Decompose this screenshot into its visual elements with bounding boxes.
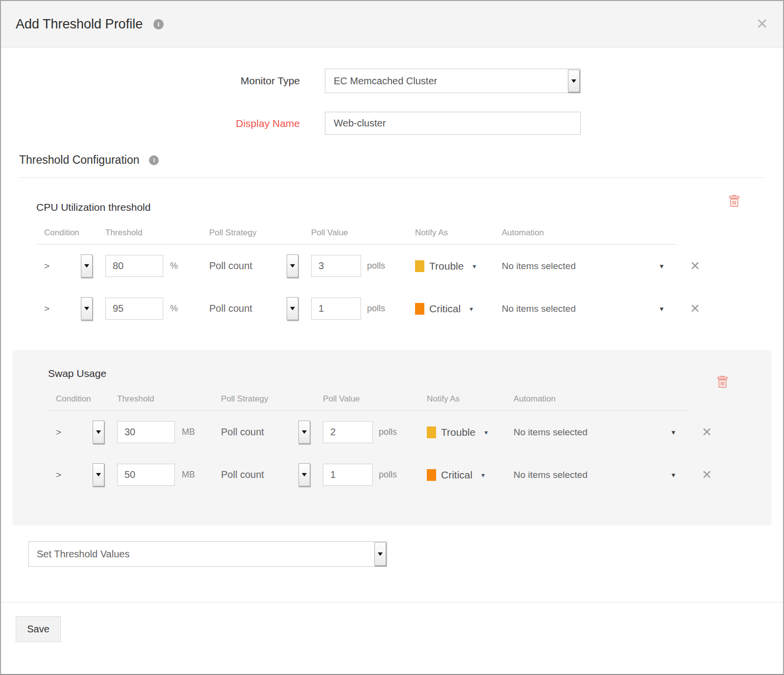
poll-value-input[interactable] [312,255,361,276]
chevron-down-icon[interactable] [374,542,386,566]
automation-select[interactable]: No items selected ▾ [502,261,676,272]
poll-value-input-wrap [311,255,361,277]
chevron-down-icon[interactable] [298,463,310,486]
poll-strategy-select[interactable]: Poll count [209,297,311,320]
automation-select[interactable]: No items selected ▾ [514,427,688,438]
chevron-down-icon[interactable] [287,254,298,277]
poll-strategy-select[interactable]: Poll count [221,421,323,444]
notify-as-select[interactable]: Critical ▾ [427,469,514,481]
threshold-input[interactable] [106,298,163,319]
chevron-down-icon[interactable] [298,421,310,444]
monitor-type-select[interactable]: EC Memcached Cluster [325,69,581,93]
condition-value: > [44,261,49,272]
column-header-automation: Automation [502,228,676,238]
column-header-automation: Automation [514,394,688,404]
section-swap-usage-wrap: Swap Usage Condition Threshold Poll Stra… [13,350,771,525]
threshold-input-wrap [117,421,175,443]
display-name-field[interactable] [325,112,580,134]
threshold-unit: MB [182,470,195,480]
chevron-down-icon[interactable] [287,297,298,320]
poll-value-input[interactable] [323,422,372,443]
remove-row-icon[interactable]: ✕ [690,260,700,272]
condition-value: > [56,427,61,438]
threshold-row: > % Poll count polls Critical ▾ No it [36,287,676,330]
automation-select[interactable]: No items selected ▾ [514,470,688,480]
notify-as-select[interactable]: Trouble ▾ [415,260,502,272]
poll-strategy-select[interactable]: Poll count [209,254,311,277]
poll-strategy-value: Poll count [209,260,252,272]
table-header: Condition Threshold Poll Strategy Poll V… [36,228,676,245]
monitor-type-label: Monitor Type [1,75,300,87]
threshold-row: > % Poll count polls Trouble ▾ No ite [36,245,676,287]
threshold-configuration-title: Threshold Configuration [19,153,139,167]
notify-as-value: Critical [429,303,461,315]
condition-select[interactable]: > [48,421,117,444]
poll-strategy-select[interactable]: Poll count [221,463,323,486]
condition-select[interactable]: > [48,463,117,486]
monitor-type-value: EC Memcached Cluster [325,75,437,87]
poll-value-input-wrap [323,421,373,443]
threshold-configuration-heading: Threshold Configuration i [19,153,783,167]
condition-value: > [56,470,61,480]
chevron-down-icon[interactable] [81,254,93,277]
info-icon[interactable]: i [153,19,164,29]
caret-down-icon: ▾ [469,305,473,313]
close-icon[interactable]: ✕ [756,17,768,31]
column-header-poll-strategy: Poll Strategy [221,394,323,404]
chevron-down-icon[interactable] [568,70,580,92]
condition-select[interactable]: > [36,254,105,277]
status-color-swatch [427,426,436,438]
caret-down-icon: ▾ [472,262,476,270]
trash-icon[interactable] [729,195,740,209]
threshold-row: > MB Poll count polls Trouble [48,411,688,453]
threshold-input-wrap [117,464,175,486]
set-threshold-values-value: Set Threshold Values [29,549,129,560]
caret-down-icon: ▾ [481,471,485,479]
info-icon[interactable]: i [149,155,159,165]
column-header-poll-strategy: Poll Strategy [209,228,311,238]
display-name-label: Display Name [1,118,300,129]
column-header-threshold: Threshold [105,228,209,238]
automation-select[interactable]: No items selected ▾ [502,303,676,314]
remove-row-icon[interactable]: ✕ [702,469,712,481]
dialog-footer: Save [1,602,783,656]
poll-value-input-wrap [323,464,373,486]
poll-value-unit: polls [379,470,397,480]
set-threshold-values-select[interactable]: Set Threshold Values [28,541,387,567]
column-header-condition: Condition [36,228,105,238]
threshold-unit: % [170,261,178,271]
column-header-poll-value: Poll Value [323,394,427,404]
caret-down-icon: ▾ [484,428,488,436]
save-button[interactable]: Save [16,616,61,642]
threshold-row: > MB Poll count polls Critical [48,453,688,496]
chevron-down-icon[interactable] [93,463,104,486]
trash-icon[interactable] [717,375,728,390]
poll-strategy-value: Poll count [221,469,264,480]
threshold-input[interactable] [118,464,174,485]
section-swap-usage: Swap Usage Condition Threshold Poll Stra… [13,368,771,496]
column-header-poll-value: Poll Value [311,228,415,238]
threshold-input-wrap [105,298,163,320]
chevron-down-icon[interactable] [93,421,104,444]
notify-as-value: Trouble [429,260,464,272]
poll-value-input[interactable] [312,298,361,319]
threshold-input[interactable] [106,255,163,276]
dialog-header: Add Threshold Profile i ✕ [1,1,783,48]
threshold-input[interactable] [118,422,174,443]
table-header: Condition Threshold Poll Strategy Poll V… [48,394,688,411]
profile-form: Monitor Type EC Memcached Cluster Displa… [1,48,783,135]
column-header-condition: Condition [48,394,117,404]
notify-as-select[interactable]: Critical ▾ [415,303,502,315]
condition-select[interactable]: > [36,297,105,320]
remove-row-icon[interactable]: ✕ [690,302,700,315]
condition-value: > [44,303,49,314]
display-name-row: Display Name [1,112,783,135]
status-color-swatch [415,260,424,272]
chevron-down-icon[interactable] [81,297,93,320]
notify-as-select[interactable]: Trouble ▾ [427,426,514,438]
section-title: Swap Usage [48,368,771,379]
poll-value-unit: polls [367,261,385,271]
remove-row-icon[interactable]: ✕ [702,426,712,438]
poll-value-input[interactable] [323,464,372,485]
threshold-unit: % [170,303,178,314]
